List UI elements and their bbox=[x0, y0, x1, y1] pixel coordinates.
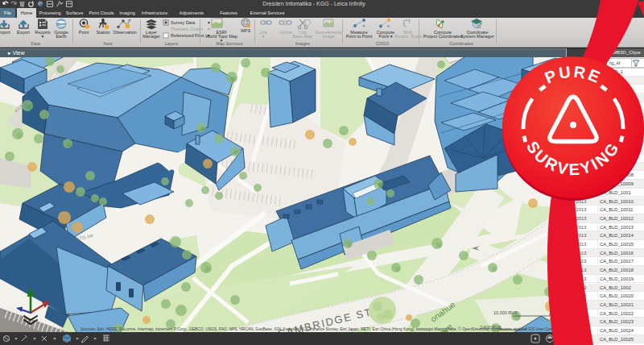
svg-text:10,000 RUS: 10,000 RUS bbox=[493, 310, 518, 315]
svg-text:Sources: Esri, HERE, DeLorme,: Sources: Esri, HERE, DeLorme, Intermap, … bbox=[80, 326, 565, 331]
